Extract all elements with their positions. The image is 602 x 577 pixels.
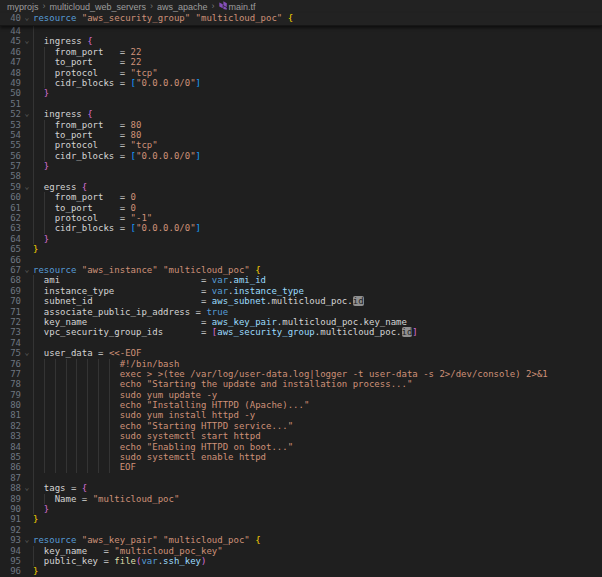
code-line[interactable]: 74 [0, 338, 602, 348]
breadcrumb-item-aws_apache[interactable]: aws_apache [157, 2, 208, 12]
code-line[interactable]: 45⌄ ingress { [0, 36, 602, 46]
code-line[interactable]: 82 echo "Starting HTTPD service..." [0, 421, 602, 431]
code-line[interactable]: 84 echo "Enabling HTTPD on boot..." [0, 442, 602, 452]
code-line[interactable]: 96} [0, 566, 602, 576]
fold-gutter-spacer [21, 504, 33, 514]
code-line[interactable]: 67⌄resource "aws_instance" "multicloud_p… [0, 265, 602, 275]
token-b1: } [33, 244, 38, 254]
code-line[interactable]: 58 [0, 171, 602, 181]
code-line[interactable]: 51 [0, 99, 602, 109]
indent-guide [33, 494, 34, 504]
code-line[interactable]: 89 Name = "multicloud_poc" [0, 494, 602, 504]
indent-guide [55, 400, 56, 410]
code-line[interactable]: 65} [0, 244, 602, 254]
code-line[interactable]: 63 cidr_blocks = ["0.0.0.0/0"] [0, 223, 602, 233]
code-line[interactable]: 54 to_port = 80 [0, 130, 602, 140]
code-line[interactable]: 47 to_port = 22 [0, 57, 602, 67]
code-line[interactable]: 92 [0, 525, 602, 535]
code-line[interactable]: 79 sudo yum update -y [0, 390, 602, 400]
fold-chevron-icon[interactable]: ⌄ [21, 182, 33, 192]
breadcrumb-item-main-tf[interactable]: main.tf [219, 1, 256, 12]
code-line[interactable]: 70 subnet_id = aws_subnet.multicloud_poc… [0, 296, 602, 306]
indent-guide [33, 442, 34, 452]
token-p: to_port = [55, 130, 131, 140]
fold-gutter-spacer [21, 494, 33, 504]
code-line[interactable]: 75⌄ user_data = <<-EOF [0, 348, 602, 358]
code-text: } [33, 244, 602, 254]
code-line[interactable]: 66 [0, 255, 602, 265]
code-line[interactable]: 64 } [0, 234, 602, 244]
code-line[interactable]: 81 sudo yum install httpd -y [0, 410, 602, 420]
code-text: key_name = aws_key_pair.multicloud_poc.k… [33, 317, 602, 327]
code-line[interactable]: 59⌄ egress { [0, 182, 602, 192]
indent-guide [76, 359, 77, 369]
breadcrumb-item-myprojs[interactable]: myprojs [7, 2, 39, 12]
code-line[interactable]: 73 vpc_security_group_ids = [aws_securit… [0, 327, 602, 337]
code-line[interactable]: 61 to_port = 0 [0, 203, 602, 213]
code-line[interactable]: 53 from_port = 80 [0, 120, 602, 130]
indent-guide [33, 161, 34, 171]
code-line[interactable]: 72 key_name = aws_key_pair.multicloud_po… [0, 317, 602, 327]
code-line[interactable]: 87 [0, 473, 602, 483]
fold-chevron-icon[interactable]: ⌄ [21, 13, 33, 23]
code-line[interactable]: 95 public_key = file(var.ssh_key) [0, 556, 602, 566]
code-line[interactable]: 44 [0, 26, 602, 36]
code-line[interactable]: 69 instance_type = var.instance_type [0, 286, 602, 296]
token-b2: } [44, 234, 49, 244]
code-text: } [33, 566, 602, 576]
code-line[interactable]: 77 exec > >(tee /var/log/user-data.log|l… [0, 369, 602, 379]
token-num: 22 [131, 47, 142, 57]
code-line[interactable]: 56 cidr_blocks = ["0.0.0.0/0"] [0, 151, 602, 161]
fold-gutter-spacer [21, 473, 33, 483]
code-line[interactable]: 88⌄ tags = { [0, 483, 602, 493]
code-text: echo "Installing HTTPD (Apache)..." [33, 400, 602, 410]
line-number: 56 [0, 151, 21, 161]
code-line[interactable]: 71 associate_public_ip_address = true [0, 307, 602, 317]
code-line[interactable]: 83 sudo systemctl start httpd [0, 431, 602, 441]
token-hl: id [353, 296, 364, 306]
indent-guide [33, 130, 34, 140]
fold-gutter-spacer [21, 88, 33, 98]
indent-guide [33, 504, 34, 514]
fold-chevron-icon[interactable]: ⌄ [21, 535, 33, 545]
code-line[interactable]: 62 protocol = "-1" [0, 213, 602, 223]
code-line[interactable]: 78 echo "Starting the update and install… [0, 379, 602, 389]
line-number: 54 [0, 130, 21, 140]
code-line[interactable]: 48 protocol = "tcp" [0, 68, 602, 78]
code-line[interactable]: 91} [0, 514, 602, 524]
code-line[interactable]: 60 from_port = 0 [0, 192, 602, 202]
line-number: 95 [0, 556, 21, 566]
sticky-scroll-line[interactable]: 40⌄resource "aws_security_group" "multic… [0, 13, 602, 26]
code-line[interactable]: 86 EOF [0, 462, 602, 472]
indent-guide [109, 421, 110, 431]
code-line[interactable]: 93⌄resource "aws_key_pair" "multicloud_p… [0, 535, 602, 545]
fold-gutter-spacer [21, 223, 33, 233]
code-line[interactable]: 94 key_name = "multicloud_poc_key" [0, 546, 602, 556]
indent-guide [55, 359, 56, 369]
breadcrumb-separator-icon: › [43, 2, 46, 11]
fold-chevron-icon[interactable]: ⌄ [21, 109, 33, 119]
fold-chevron-icon[interactable]: ⌄ [21, 348, 33, 358]
line-number: 83 [0, 431, 21, 441]
indent-guide [87, 452, 88, 462]
code-line[interactable]: 55 protocol = "tcp" [0, 140, 602, 150]
fold-chevron-icon[interactable]: ⌄ [21, 36, 33, 46]
code-line[interactable]: 80 echo "Installing HTTPD (Apache)..." [0, 400, 602, 410]
code-line[interactable]: 49 cidr_blocks = ["0.0.0.0/0"] [0, 78, 602, 88]
code-line[interactable]: 46 from_port = 22 [0, 47, 602, 57]
breadcrumb-item-multicloud_web_servers[interactable]: multicloud_web_servers [50, 2, 147, 12]
fold-gutter-spacer [21, 47, 33, 57]
code-line[interactable]: 68 ami = var.ami_id [0, 275, 602, 285]
code-line[interactable]: 90 } [0, 504, 602, 514]
code-line[interactable]: 57 } [0, 161, 602, 171]
code-editor[interactable]: 44 45⌄ ingress {46 from_port = 2247 to_p… [0, 26, 602, 577]
code-line[interactable]: 76 #!/bin/bash [0, 359, 602, 369]
code-line[interactable]: 85 sudo systemctl enable httpd [0, 452, 602, 462]
fold-chevron-icon[interactable]: ⌄ [21, 265, 33, 275]
sticky-code-line[interactable]: 40⌄resource "aws_security_group" "multic… [0, 13, 602, 23]
fold-gutter-spacer [21, 514, 33, 524]
code-line[interactable]: 52⌄ ingress { [0, 109, 602, 119]
fold-chevron-icon[interactable]: ⌄ [21, 483, 33, 493]
code-line[interactable]: 50 } [0, 88, 602, 98]
token-str: "tcp" [131, 68, 158, 78]
